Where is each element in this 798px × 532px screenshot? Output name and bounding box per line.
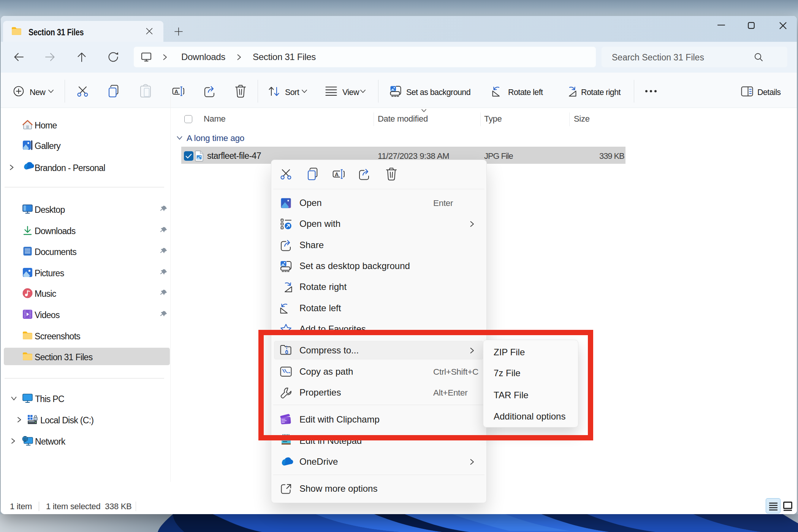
svg-text:A: A	[174, 89, 178, 95]
svg-text:A: A	[335, 171, 339, 177]
